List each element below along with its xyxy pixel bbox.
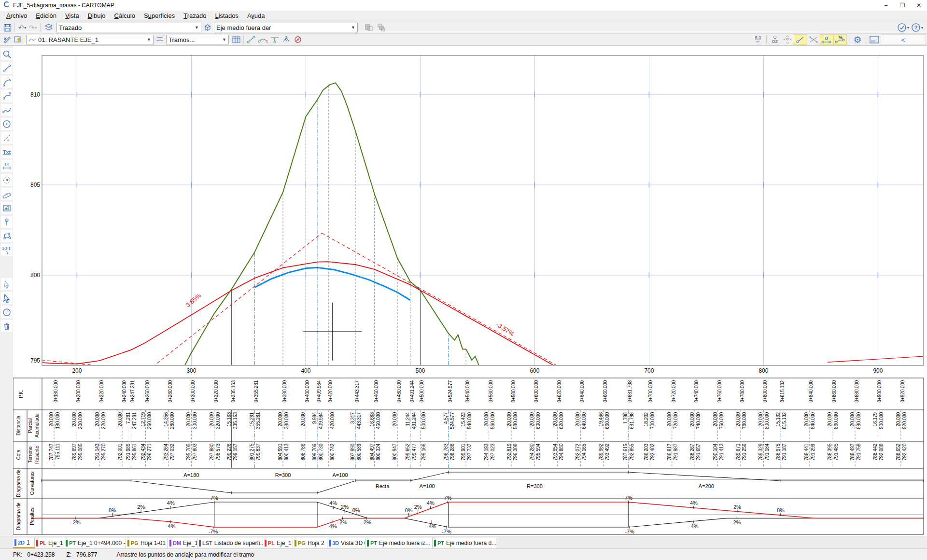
line-icon[interactable] <box>1 62 13 74</box>
tab-pg-hoja-2[interactable]: PGHoja 2 <box>293 538 327 548</box>
polygon-icon[interactable] <box>1 230 13 242</box>
tangent-vertex-icon[interactable] <box>257 35 269 44</box>
pin-icon[interactable] <box>1 216 13 228</box>
delete-vertex-icon[interactable] <box>292 35 304 44</box>
cascade-windows-icon[interactable] <box>363 23 375 32</box>
tramos-combo[interactable]: Tramos...▼ <box>166 35 229 44</box>
measure-icon[interactable] <box>1 188 13 200</box>
close-button[interactable]: ✕ <box>911 0 927 11</box>
drawing-canvas[interactable]: 8108058007952003004005006007008009003.85… <box>0 0 927 560</box>
infinite-line-icon[interactable]: ∞ <box>1 132 13 144</box>
layers-icon[interactable] <box>42 23 55 32</box>
rasante-value: 791.657 <box>696 443 701 460</box>
select-light-icon[interactable] <box>1 278 13 290</box>
table-view-icon[interactable] <box>231 35 241 44</box>
tab-pl-eje-1[interactable]: PLEje_1 <box>263 538 293 548</box>
numbering-icon[interactable]: 1·2·3 <box>1 244 13 256</box>
rasante-value: 795.085 <box>78 443 83 460</box>
settings-icon[interactable]: ⚙ <box>851 35 864 44</box>
tab-2d-1[interactable]: 2D1 <box>13 538 35 548</box>
tab-3d-vista-3d-0[interactable]: 3DVista 3D 0 <box>327 538 365 548</box>
zoom-icon[interactable] <box>1 48 13 60</box>
percent-slope-icon[interactable]: % <box>833 34 847 45</box>
tab-pt-eje-1-0-494-000-[interactable]: PTEje_1 0+494.000 - ... <box>64 538 126 548</box>
pk-value: 0+920.000 <box>900 380 905 402</box>
undo-button[interactable]: ↶▾ <box>17 23 28 32</box>
save-button[interactable] <box>2 23 13 32</box>
dimension-icon[interactable]: 8.0 <box>1 160 13 172</box>
tab-pt-eje-medio-fuera-iz-[interactable]: PTEje medio fuera iz... <box>365 538 433 548</box>
confirm-menu-icon[interactable]: ▾ <box>896 23 910 32</box>
pk-value: 0+180.000 <box>53 380 58 402</box>
collapse-panel-icon[interactable]: < <box>881 34 926 45</box>
terreno-value: 792.434 <box>140 443 146 460</box>
menu-item-trazado[interactable]: Trazado <box>179 11 211 20</box>
point-circle-icon[interactable] <box>1 174 13 186</box>
image-icon[interactable] <box>1 202 13 214</box>
x-axis-label: 500 <box>415 367 425 374</box>
pk-value: 0+700.000 <box>648 380 653 402</box>
circle-icon[interactable] <box>1 118 13 130</box>
window-controls: –❐✕ <box>878 0 927 11</box>
parcial-value: 11.244 <box>405 412 410 426</box>
peralte-label: -2% <box>71 519 81 525</box>
tab-pg-hoja-1-01[interactable]: PGHoja 1-01 <box>126 538 168 548</box>
menu-item-dibujo[interactable]: Dibujo <box>84 11 110 20</box>
insert-vertex-icon[interactable] <box>246 35 257 44</box>
dz-mode-icon[interactable]: ODZ <box>769 35 781 44</box>
profile-type-combo[interactable]: Trazado▼ <box>56 23 201 32</box>
auto-update-icon[interactable] <box>13 35 23 44</box>
menu-item-superficies[interactable]: Superficies <box>140 11 179 20</box>
acumulada-value: 560.000 <box>490 412 495 429</box>
terreno-value: 787.747 <box>49 443 54 460</box>
peralte-label: -2% <box>337 519 347 525</box>
restore-button[interactable]: ❐ <box>894 0 911 11</box>
menu-item-archivo[interactable]: Archivo <box>2 11 31 20</box>
terreno-value: 790.104 <box>713 443 718 460</box>
terreno-value: 792.001 <box>117 443 123 460</box>
tab-color-chip <box>265 540 267 546</box>
slope-line-icon[interactable] <box>794 34 807 45</box>
pk-value: 0+780.000 <box>740 380 745 402</box>
select-icon[interactable] <box>1 292 13 304</box>
curvature-label: A=180 <box>183 472 199 478</box>
axis-combo[interactable]: Eje medio fuera der▼ <box>214 23 358 32</box>
minimize-button[interactable]: – <box>878 0 894 11</box>
tab-dm-eje-1[interactable]: DMEje_1 <box>168 538 197 548</box>
curve-icon[interactable] <box>1 76 13 88</box>
polyline-arcs-icon[interactable] <box>1 104 13 116</box>
tab-lst-listado-de-superfi-[interactable]: LSTListado de superfi... <box>197 538 263 548</box>
rasante-value: 799.837 <box>255 443 261 460</box>
move-vertex-icon[interactable] <box>281 35 292 44</box>
menu-item-ayuda[interactable]: Ayuda <box>243 11 269 20</box>
redo-button[interactable]: ↷▾ <box>28 23 38 32</box>
arc-radius-icon[interactable]: R <box>1 90 13 102</box>
prism-icon[interactable] <box>201 23 214 32</box>
parcial-value: 18.202 <box>644 412 649 426</box>
peralte-label: -7% <box>209 529 218 534</box>
edit-vertex-icon[interactable] <box>2 35 13 44</box>
menu-item-clculo[interactable]: Cálculo <box>110 11 140 20</box>
curvature-label: A=200 <box>699 483 714 489</box>
menu-item-vista[interactable]: Vista <box>61 11 84 20</box>
rasante-combo[interactable]: 01: RASANTE EJE_1▼ <box>26 35 154 44</box>
distance-d-icon[interactable]: D <box>820 34 833 45</box>
info-icon[interactable]: i <box>1 306 13 318</box>
snap-return-icon[interactable]: 8.0 ↵ <box>752 35 764 44</box>
cross-lines-icon[interactable] <box>807 35 820 44</box>
delete-icon[interactable] <box>1 320 13 332</box>
tab-pl-eje-1[interactable]: PLEje_1 <box>35 538 64 548</box>
panel-icon[interactable] <box>868 35 881 44</box>
tab-pt-eje-medio-fuera-d-[interactable]: PTEje medio fuera d... <box>433 538 496 548</box>
tile-windows-icon[interactable] <box>375 23 388 32</box>
tab-label: 1 <box>27 539 30 546</box>
text-icon[interactable]: Txt <box>1 146 13 158</box>
menu-item-edicin[interactable]: Edición <box>31 11 61 20</box>
vertex-node-icon[interactable] <box>781 35 794 44</box>
vertical-curve-icon[interactable] <box>269 35 281 44</box>
peralte-label: 0% <box>405 507 413 513</box>
help-menu-icon[interactable]: ? ▾ <box>910 23 924 32</box>
parcial-value: 20.000 <box>850 412 855 426</box>
section-icon[interactable] <box>154 35 166 44</box>
menu-item-listados[interactable]: Listados <box>211 11 242 20</box>
